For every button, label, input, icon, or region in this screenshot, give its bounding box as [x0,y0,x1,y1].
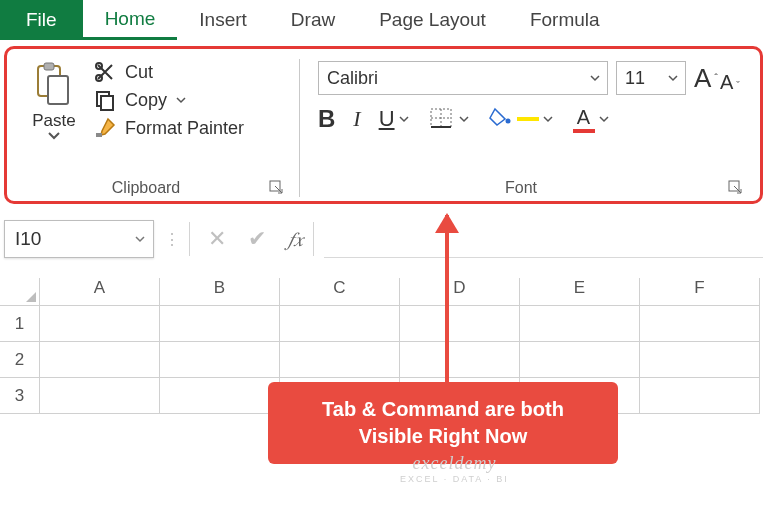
watermark: exceldemy EXCEL · DATA · BI [400,453,509,484]
chevron-down-icon[interactable] [175,96,187,104]
font-color-swatch [573,129,595,133]
fill-color-swatch [517,117,539,121]
cell[interactable] [520,306,640,342]
tab-draw[interactable]: Draw [269,0,357,40]
paste-label: Paste [32,111,75,131]
divider [313,222,314,256]
dialog-launcher-icon[interactable] [269,180,285,196]
font-name-value: Calibri [319,68,583,89]
ribbon-home: Paste Cut Copy [4,46,763,204]
chevron-down-icon[interactable] [583,74,607,82]
dialog-launcher-icon[interactable] [728,180,744,196]
ribbon-tabs: File Home Insert Draw Page Layout Formul… [0,0,767,40]
chevron-down-icon[interactable] [597,116,611,123]
scissors-icon [93,61,117,83]
svg-rect-1 [44,63,54,70]
svg-rect-6 [101,96,113,110]
cell[interactable] [160,342,280,378]
italic-button[interactable]: I [353,106,360,132]
divider [189,222,190,256]
select-all-corner[interactable] [0,278,40,306]
cell[interactable] [40,306,160,342]
paste-icon [33,61,75,109]
group-clipboard: Paste Cut Copy [15,59,293,197]
formula-bar: I10 ⋮ ✕ ✔ 𝑓𝑥 [4,220,763,258]
format-painter-label: Format Painter [125,118,244,139]
cell[interactable] [640,306,760,342]
annotation-callout: Tab & Command are both Visible Right Now [268,382,618,464]
tab-home[interactable]: Home [83,0,178,40]
borders-button[interactable] [429,107,471,131]
cell[interactable] [280,342,400,378]
cell[interactable] [40,342,160,378]
fill-color-button[interactable] [489,107,555,131]
svg-rect-7 [96,133,102,137]
cell[interactable] [400,342,520,378]
cut-button[interactable]: Cut [93,61,244,83]
column-header[interactable]: A [40,278,160,306]
column-header[interactable]: B [160,278,280,306]
cell[interactable] [160,306,280,342]
cell[interactable] [520,342,640,378]
font-name-combo[interactable]: Calibri [318,61,608,95]
borders-icon [429,107,455,131]
decrease-font-button[interactable]: Aˆ [720,67,740,90]
row-header[interactable]: 2 [0,342,40,378]
chevron-down-icon[interactable] [541,116,555,123]
paint-bucket-icon [489,107,515,131]
font-size-value: 11 [617,68,661,89]
svg-point-13 [505,119,510,124]
cell[interactable] [640,342,760,378]
group-divider [299,59,300,197]
column-header[interactable]: D [400,278,520,306]
underline-button[interactable]: U [379,106,411,132]
column-header[interactable]: C [280,278,400,306]
enter-formula-button[interactable]: ✔ [248,226,266,252]
cell[interactable] [400,306,520,342]
chevron-down-icon[interactable] [661,74,685,82]
insert-function-button[interactable]: 𝑓𝑥 [288,228,303,251]
cancel-formula-button[interactable]: ✕ [208,226,226,252]
cell[interactable] [280,306,400,342]
increase-font-button[interactable]: Aˆ [694,63,718,94]
row-header[interactable]: 3 [0,378,40,414]
caret-up-icon: ˆ [714,72,718,84]
tab-formula[interactable]: Formula [508,0,622,40]
font-size-combo[interactable]: 11 [616,61,686,95]
tab-page-layout[interactable]: Page Layout [357,0,508,40]
tab-insert[interactable]: Insert [177,0,269,40]
copy-button[interactable]: Copy [93,89,244,111]
handle-dots-icon[interactable]: ⋮ [164,230,179,249]
name-box[interactable]: I10 [4,220,154,258]
annotation-arrow [445,215,449,385]
format-painter-button[interactable]: Format Painter [93,117,244,139]
caret-down-icon: ˆ [736,72,740,84]
row-header[interactable]: 1 [0,306,40,342]
tab-file[interactable]: File [0,0,83,40]
cut-label: Cut [125,62,153,83]
chevron-down-icon[interactable] [457,116,471,123]
name-box-value: I10 [5,228,127,250]
group-font-label: Font [505,179,537,197]
chevron-down-icon[interactable] [397,116,411,123]
group-font: Calibri 11 Aˆ Aˆ B I U [306,59,752,197]
paintbrush-icon [93,117,117,139]
group-clipboard-label: Clipboard [112,179,180,197]
column-header[interactable]: F [640,278,760,306]
copy-label: Copy [125,90,167,111]
callout-line: Tab & Command are both [288,396,598,423]
formula-input[interactable] [324,220,763,258]
copy-icon [93,89,117,111]
svg-rect-2 [48,76,68,104]
bold-button[interactable]: B [318,105,335,133]
cell[interactable] [640,378,760,414]
column-header[interactable]: E [520,278,640,306]
paste-button[interactable]: Paste [23,59,85,177]
font-color-button[interactable]: A [573,106,611,133]
chevron-down-icon[interactable] [127,235,153,243]
cell[interactable] [160,378,280,414]
chevron-down-icon[interactable] [47,131,61,141]
callout-line: Visible Right Now [288,423,598,450]
cell[interactable] [40,378,160,414]
